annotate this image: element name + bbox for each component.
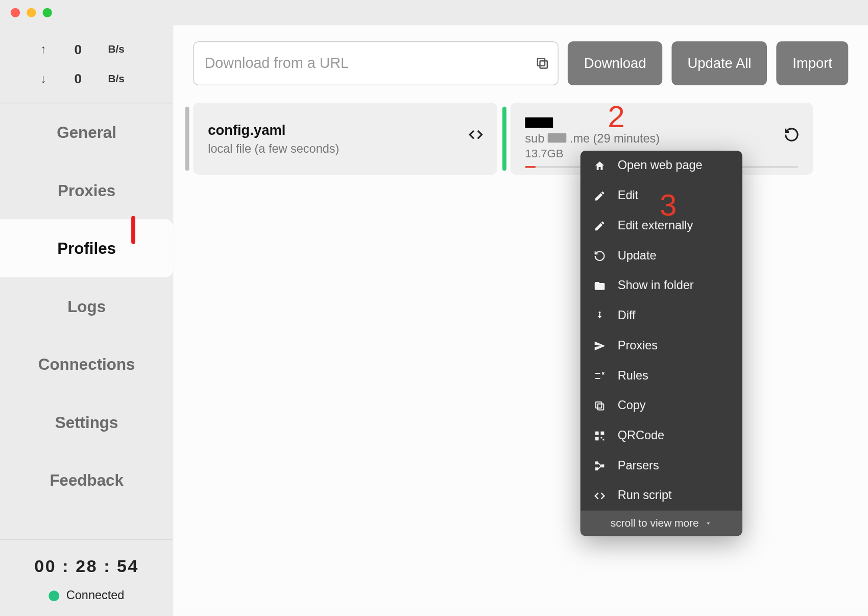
window-titlebar (0, 0, 868, 26)
code-icon (594, 490, 606, 502)
folder-icon (594, 279, 606, 291)
svg-rect-7 (598, 404, 604, 410)
ctx-label: Edit externally (618, 219, 693, 232)
import-button[interactable]: Import (777, 41, 848, 85)
ctx-rules[interactable]: Rules (581, 361, 742, 391)
main-content: Download Update All Import config.yaml l… (173, 26, 868, 616)
code-icon[interactable] (468, 127, 484, 143)
profile-title: config.yaml (208, 122, 483, 137)
svg-rect-14 (595, 461, 598, 464)
remote-sub-prefix: sub (525, 132, 544, 145)
parsers-icon (594, 460, 606, 471)
ctx-label: Rules (618, 369, 648, 383)
redacted-text (525, 117, 553, 128)
window-close-button[interactable] (11, 8, 20, 17)
remote-sub-suffix: .me (29 minutes) (570, 132, 660, 145)
window-minimize-button[interactable] (27, 8, 36, 17)
svg-rect-10 (600, 431, 604, 435)
sidebar-status: 00 : 28 : 54 Connected (0, 539, 173, 616)
svg-rect-12 (600, 437, 602, 438)
ctx-label: Run script (618, 489, 672, 503)
ctx-open-web-page[interactable]: Open web page (581, 151, 742, 181)
status-dot-icon (49, 590, 60, 601)
svg-rect-11 (595, 437, 599, 440)
ctx-update[interactable]: Update (581, 241, 742, 271)
card-indicator (185, 107, 189, 171)
sidebar-item-logs[interactable]: Logs (0, 277, 173, 336)
uptime-display: 00 : 28 : 54 (0, 556, 173, 576)
chevron-down-icon (704, 519, 712, 528)
sidebar-item-feedback[interactable]: Feedback (0, 451, 173, 509)
diff-icon (594, 310, 606, 321)
sidebar-item-general[interactable]: General (0, 103, 173, 161)
ctx-footer-label: scroll to view more (611, 517, 699, 529)
speed-meter: ↑ 0 B/s ↓ 0 B/s (0, 26, 173, 104)
svg-point-2 (599, 311, 601, 313)
svg-rect-15 (601, 464, 604, 467)
ctx-label: Edit (618, 188, 638, 202)
ctx-diff[interactable]: Diff (581, 301, 742, 331)
svg-rect-16 (595, 467, 598, 470)
ctx-parsers[interactable]: Parsers (581, 451, 742, 481)
svg-line-18 (598, 466, 601, 469)
upload-speed-value: 0 (67, 42, 89, 57)
connection-status: Connected (0, 588, 173, 602)
profile-cards: config.yaml local file (a few seconds) s… (193, 103, 848, 175)
ctx-label: Diff (618, 309, 636, 322)
ctx-label: Copy (618, 398, 646, 412)
ctx-label: Parsers (618, 459, 659, 472)
upload-speed-unit: B/s (108, 43, 125, 55)
pencil-icon (594, 220, 606, 231)
download-arrow-icon: ↓ (39, 72, 48, 85)
download-speed-value: 0 (67, 71, 89, 86)
paste-icon[interactable] (535, 56, 550, 71)
qrcode-icon (594, 430, 606, 441)
ctx-label: Open web page (618, 159, 703, 173)
ctx-qrcode[interactable]: QRCode (581, 420, 742, 451)
svg-rect-8 (596, 401, 602, 408)
sidebar-item-connections[interactable]: Connections (0, 335, 173, 393)
url-input[interactable] (205, 55, 536, 72)
send-icon (594, 340, 606, 351)
upload-arrow-icon: ↑ (39, 42, 48, 56)
update-all-button[interactable]: Update All (671, 41, 767, 85)
connection-status-label: Connected (66, 588, 125, 602)
ctx-show-in-folder[interactable]: Show in folder (581, 271, 742, 301)
download-speed-row: ↓ 0 B/s (16, 64, 157, 93)
ctx-copy[interactable]: Copy (581, 391, 742, 421)
rules-icon (594, 370, 606, 382)
sidebar-item-profiles[interactable]: Profiles (0, 219, 173, 277)
context-menu: Open web page Edit Edit externally Updat… (581, 151, 742, 536)
copy-icon (594, 399, 606, 411)
ctx-scroll-more[interactable]: scroll to view more (581, 511, 742, 536)
svg-rect-9 (595, 431, 599, 435)
refresh-icon[interactable] (784, 127, 800, 143)
url-input-container (193, 41, 559, 85)
usage-progress-fill (525, 166, 536, 168)
home-icon (594, 160, 606, 172)
ctx-edit[interactable]: Edit (581, 181, 742, 211)
ctx-label: Update (618, 249, 657, 263)
ctx-edit-externally[interactable]: Edit externally (581, 210, 742, 241)
upload-speed-row: ↑ 0 B/s (16, 35, 157, 64)
ctx-label: QRCode (618, 429, 664, 442)
profile-subtitle-remote: sub .me (29 minutes) (525, 132, 798, 146)
download-button[interactable]: Download (568, 41, 662, 85)
window-maximize-button[interactable] (43, 8, 52, 17)
profile-card-local[interactable]: config.yaml local file (a few seconds) (193, 103, 497, 175)
ctx-proxies[interactable]: Proxies (581, 330, 742, 361)
sidebar-nav: General Proxies Profiles Logs Connection… (0, 103, 173, 509)
redacted-text (548, 133, 567, 142)
svg-rect-1 (538, 58, 545, 65)
card-indicator-active (502, 107, 507, 171)
profile-subtitle: local file (a few seconds) (208, 141, 483, 155)
sidebar-item-proxies[interactable]: Proxies (0, 161, 173, 220)
sidebar-item-settings[interactable]: Settings (0, 393, 173, 452)
profile-title-remote (525, 117, 798, 128)
download-speed-unit: B/s (108, 73, 125, 84)
svg-line-17 (598, 463, 601, 466)
toolbar: Download Update All Import (193, 41, 848, 85)
sidebar: ↑ 0 B/s ↓ 0 B/s General Proxies Profiles… (0, 26, 173, 616)
svg-rect-0 (540, 61, 547, 68)
ctx-run-script[interactable]: Run script (581, 481, 742, 511)
